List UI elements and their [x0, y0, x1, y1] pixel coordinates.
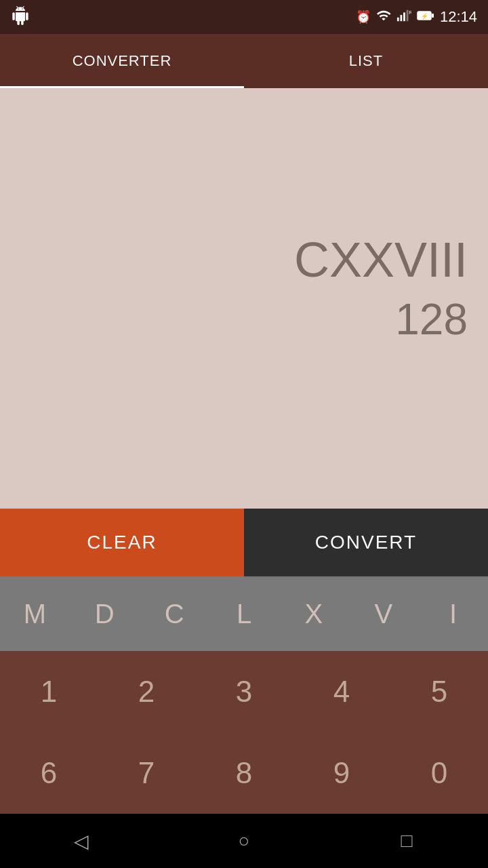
- svg-rect-1: [400, 15, 402, 21]
- num-row-2: 6 7 8 9 0: [0, 732, 488, 814]
- svg-text:R: R: [409, 9, 411, 16]
- wifi-icon: [376, 8, 391, 26]
- android-icon: [11, 6, 30, 28]
- svg-rect-2: [403, 12, 405, 21]
- status-icons: ⏰ R ⚡ 12:14: [356, 8, 477, 26]
- roman-numeral-keyboard: M D C L X V I: [0, 576, 488, 651]
- tab-converter[interactable]: CONVERTER: [0, 34, 244, 88]
- convert-button[interactable]: CONVERT: [244, 509, 488, 576]
- numeric-keyboard: 1 2 3 4 5 6 7 8 9 0: [0, 651, 488, 814]
- key-X[interactable]: X: [279, 576, 348, 651]
- clear-button[interactable]: CLEAR: [0, 509, 244, 576]
- alarm-icon: ⏰: [356, 9, 371, 24]
- key-4[interactable]: 4: [293, 651, 390, 732]
- key-7[interactable]: 7: [98, 732, 195, 814]
- key-M[interactable]: M: [0, 576, 70, 651]
- key-D[interactable]: D: [70, 576, 140, 651]
- home-icon: ○: [239, 830, 250, 852]
- key-3[interactable]: 3: [195, 651, 293, 732]
- recents-icon: □: [401, 830, 413, 852]
- num-row-1: 1 2 3 4 5: [0, 651, 488, 732]
- recents-button[interactable]: □: [386, 821, 427, 861]
- svg-rect-0: [397, 17, 399, 21]
- key-I[interactable]: I: [418, 576, 488, 651]
- key-5[interactable]: 5: [390, 651, 488, 732]
- decimal-result: 128: [395, 294, 468, 344]
- time-display: 12:14: [440, 8, 477, 26]
- key-8[interactable]: 8: [195, 732, 293, 814]
- status-bar: ⏰ R ⚡ 12:14: [0, 0, 488, 34]
- key-9[interactable]: 9: [293, 732, 390, 814]
- display-area: CXXVIII 128: [0, 88, 488, 509]
- key-C[interactable]: C: [140, 576, 209, 651]
- roman-numeral-result: CXXVIII: [294, 232, 468, 288]
- svg-rect-3: [407, 9, 409, 21]
- back-icon: ◁: [74, 830, 89, 852]
- tab-bar: CONVERTER LIST: [0, 34, 488, 88]
- svg-text:⚡: ⚡: [421, 12, 429, 20]
- action-buttons: CLEAR CONVERT: [0, 509, 488, 576]
- home-button[interactable]: ○: [224, 821, 264, 861]
- battery-icon: ⚡: [417, 8, 434, 26]
- tab-list[interactable]: LIST: [244, 34, 488, 88]
- key-L[interactable]: L: [209, 576, 279, 651]
- key-2[interactable]: 2: [98, 651, 195, 732]
- signal-icon: R: [396, 8, 411, 26]
- navigation-bar: ◁ ○ □: [0, 814, 488, 868]
- key-0[interactable]: 0: [390, 732, 488, 814]
- svg-rect-6: [432, 14, 434, 18]
- key-1[interactable]: 1: [0, 651, 98, 732]
- key-V[interactable]: V: [348, 576, 418, 651]
- back-button[interactable]: ◁: [61, 821, 102, 861]
- key-6[interactable]: 6: [0, 732, 98, 814]
